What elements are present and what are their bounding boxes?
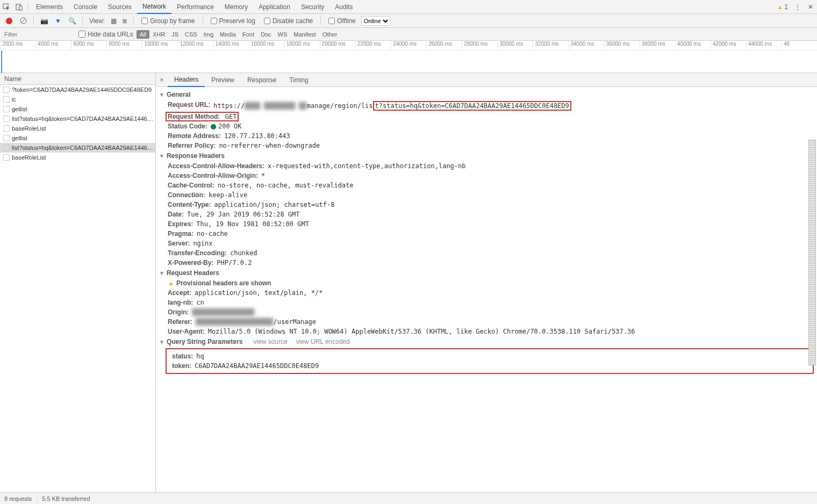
hide-data-urls-checkbox[interactable]: Hide data URLs: [75, 31, 137, 38]
timeline-tick: 22000 ms: [355, 41, 391, 50]
timeline-tick: 30000 ms: [497, 41, 533, 50]
chevron-down-icon: ▼: [159, 92, 164, 98]
tab-performance[interactable]: Performance: [171, 0, 219, 14]
timeline-tick: 6000 ms: [71, 41, 106, 50]
section-response-headers[interactable]: ▼Response Headers: [156, 150, 817, 161]
file-icon: [3, 87, 10, 93]
offline-checkbox[interactable]: Offline: [325, 17, 359, 25]
timeline-tick: 8000 ms: [106, 41, 142, 50]
request-row[interactable]: getlist: [0, 133, 155, 143]
warning-icon: ▲: [168, 279, 174, 287]
warnings-badge[interactable]: ▲1: [773, 3, 791, 11]
file-icon: [3, 135, 10, 141]
tab-memory[interactable]: Memory: [219, 0, 253, 14]
request-name: getlist: [12, 135, 27, 141]
request-row[interactable]: baseRoleList: [0, 124, 155, 133]
preserve-log-checkbox[interactable]: Preserve log: [207, 17, 259, 25]
details-panel: × Headers Preview Response Timing ▼Gener…: [156, 73, 817, 492]
close-details-icon[interactable]: ×: [156, 76, 168, 84]
status-requests: 8 requests: [4, 495, 32, 502]
filter-type-js[interactable]: JS: [168, 30, 182, 39]
request-name: list?status=hq&token=C6AD7DAA24BAA29AE14…: [12, 145, 153, 151]
waterfall-icon[interactable]: ≣: [120, 17, 129, 25]
view-url-encoded-link[interactable]: view URL encoded: [296, 338, 350, 345]
tab-audits[interactable]: Audits: [329, 0, 358, 14]
disable-cache-checkbox[interactable]: Disable cache: [261, 17, 316, 25]
chevron-down-icon: ▼: [159, 270, 164, 276]
filter-type-doc[interactable]: Doc: [257, 30, 275, 39]
device-toggle-icon[interactable]: [13, 1, 26, 13]
general-referrer-policy: Referrer Policy:no-referrer-when-downgra…: [156, 141, 817, 150]
filter-type-all[interactable]: All: [137, 30, 149, 39]
capture-screenshots-icon[interactable]: 📷: [38, 15, 50, 27]
requests-list: ?token=C6AD7DAA24BAA29AE14465DDC0E48ED9l…: [0, 85, 155, 492]
request-row[interactable]: list?status=hq&token=C6AD7DAA24BAA29AE14…: [0, 143, 155, 153]
timeline-tick: 20000 ms: [320, 41, 355, 50]
tab-security[interactable]: Security: [296, 0, 329, 14]
response-header-row: Pragma:no-cache: [156, 229, 817, 239]
group-by-frame-checkbox[interactable]: Group by frame: [138, 17, 198, 25]
inspect-icon[interactable]: [0, 1, 13, 13]
request-row[interactable]: lc: [0, 95, 155, 104]
timeline-tick: 34000 ms: [569, 41, 604, 50]
throttling-select[interactable]: Online: [361, 16, 390, 26]
response-header-row: X-Powered-By:PHP/7.0.2: [156, 258, 817, 268]
request-row[interactable]: ?token=C6AD7DAA24BAA29AE14465DDC0E48ED9: [0, 85, 155, 95]
timeline-tick: 36000 ms: [604, 41, 640, 50]
detail-tab-timing[interactable]: Timing: [283, 73, 315, 87]
tab-console[interactable]: Console: [68, 0, 103, 14]
reqh-origin: Origin:████████████████: [156, 307, 817, 317]
timeline-tick: 26000 ms: [426, 41, 462, 50]
detail-tab-response[interactable]: Response: [241, 73, 283, 87]
filter-icon[interactable]: ▼: [52, 15, 64, 27]
request-row[interactable]: list?status=hq&token=C6AD7DAA24BAA29AE14…: [0, 114, 155, 124]
overview-scrollbar[interactable]: [808, 140, 816, 365]
request-name: list?status=hq&token=C6AD7DAA24BAA29AE14…: [12, 116, 153, 122]
filter-type-img[interactable]: Img: [200, 30, 217, 39]
response-header-row: Content-Type:application/json; charset=u…: [156, 200, 817, 210]
request-name: getlist: [12, 106, 27, 112]
timeline-overview[interactable]: 2000 ms4000 ms6000 ms8000 ms10000 ms1200…: [0, 41, 817, 73]
filter-type-css[interactable]: CSS: [182, 30, 200, 39]
detail-tab-preview[interactable]: Preview: [205, 73, 241, 87]
close-devtools-icon[interactable]: ✕: [804, 1, 817, 13]
provisional-warning: ▲Provisional headers are shown: [156, 278, 817, 288]
filter-type-media[interactable]: Media: [217, 30, 239, 39]
timeline-tick: 32000 ms: [533, 41, 568, 50]
tab-network[interactable]: Network: [137, 0, 171, 14]
tab-application[interactable]: Application: [253, 0, 296, 14]
status-dot-icon: [211, 124, 216, 129]
filter-type-manifest[interactable]: Manifest: [290, 30, 319, 39]
file-icon: [3, 125, 10, 132]
large-rows-icon[interactable]: ▦: [109, 17, 118, 25]
filter-input[interactable]: [0, 31, 75, 38]
clear-button[interactable]: [17, 15, 29, 27]
warning-icon: ▲: [777, 4, 783, 10]
filter-type-other[interactable]: Other: [319, 30, 341, 39]
filter-type-xhr[interactable]: XHR: [149, 30, 168, 39]
tab-sources[interactable]: Sources: [103, 0, 137, 14]
file-icon: [3, 96, 10, 103]
section-query-string[interactable]: ▼Query String Parameters view sourceview…: [156, 336, 817, 347]
record-button[interactable]: [3, 15, 15, 27]
response-header-row: Connection:keep-alive: [156, 190, 817, 200]
timeline-marker: [1, 51, 2, 73]
tab-elements[interactable]: Elements: [31, 0, 68, 14]
filter-type-font[interactable]: Font: [239, 30, 257, 39]
chevron-down-icon: ▼: [159, 339, 164, 345]
filter-type-ws[interactable]: WS: [275, 30, 291, 39]
request-row[interactable]: baseRoleList: [0, 153, 155, 162]
request-row[interactable]: getlist: [0, 104, 155, 114]
request-name: baseRoleList: [12, 125, 46, 132]
timeline-tick: 12000 ms: [177, 41, 213, 50]
requests-header-name[interactable]: Name: [0, 73, 155, 85]
timeline-tick: 24000 ms: [391, 41, 426, 50]
section-general[interactable]: ▼General: [156, 89, 817, 100]
highlight-url-query: t?status=hq&token=C6AD7DAA24BAA29AE14465…: [373, 101, 571, 111]
search-icon[interactable]: 🔍: [66, 15, 78, 27]
section-request-headers[interactable]: ▼Request Headers: [156, 268, 817, 278]
view-source-link[interactable]: view source: [253, 338, 287, 345]
kebab-menu-icon[interactable]: ⋮: [791, 1, 804, 13]
detail-tab-headers[interactable]: Headers: [168, 73, 205, 87]
timeline-tick: 18000 ms: [284, 41, 320, 50]
